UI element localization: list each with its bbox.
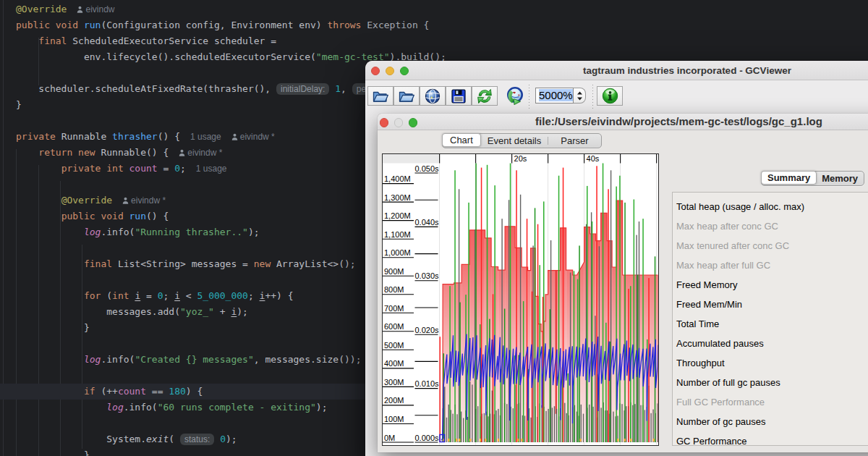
code-token: int: [112, 290, 135, 301]
code-token: [16, 354, 84, 365]
floppy-disk-icon: [451, 88, 467, 104]
watch-button[interactable]: [501, 86, 527, 106]
author-hint[interactable]: eivindw *: [179, 148, 222, 158]
svg-text:0.020s: 0.020s: [415, 326, 440, 334]
svg-text:300M: 300M: [384, 378, 404, 387]
summary-item[interactable]: Number of gc pauses: [676, 412, 868, 431]
open-url-button[interactable]: [420, 86, 446, 106]
code-token: );: [316, 402, 328, 413]
export-button[interactable]: [446, 86, 472, 106]
gc-log-titlebar[interactable]: file:/Users/eivindw/projects/mem-gc-test…: [378, 114, 868, 130]
code-token: Runnable() {: [101, 147, 169, 158]
code-token: final: [38, 35, 72, 46]
refresh-button[interactable]: [472, 86, 498, 106]
gc-chart[interactable]: 20s40s0M100M200M300M400M500M600M700M800M…: [382, 153, 659, 449]
code-token: [16, 386, 84, 397]
person-icon: [179, 145, 185, 161]
svg-text:0.050s: 0.050s: [415, 164, 440, 173]
gcviewer-titlebar[interactable]: tagtraum industries incorporated - GCVie…: [365, 61, 868, 80]
code-token: "Running thrasher..": [135, 227, 248, 237]
code-token: [16, 147, 38, 158]
code-token: log: [106, 402, 123, 413]
code-token: log: [84, 354, 101, 365]
code-token: exit: [146, 434, 169, 444]
code-token: ;: [180, 163, 186, 174]
author-hint[interactable]: eivindw *: [122, 195, 166, 206]
summary-item[interactable]: Accumulated pauses: [676, 334, 868, 353]
tab-parser[interactable]: Parser: [548, 134, 600, 148]
open-file-button[interactable]: [367, 86, 393, 106]
svg-text:100M: 100M: [384, 415, 404, 423]
person-icon: [77, 2, 83, 18]
code-token: 0: [158, 290, 163, 301]
code-token: +: [214, 306, 231, 317]
summary-item[interactable]: Number of full gc pauses: [676, 373, 868, 392]
zoom-combo: 5000%: [535, 88, 586, 104]
summary-item[interactable]: Total Time: [676, 314, 868, 334]
usage-hint[interactable]: 1 usage: [196, 164, 227, 174]
code-token: ArrayList<>();: [276, 258, 356, 269]
code-token: run: [84, 20, 101, 30]
code-token: ,: [341, 83, 352, 94]
code-token: =: [158, 163, 174, 174]
code-token: i: [174, 290, 180, 301]
summary-item[interactable]: Max heap after conc GC: [676, 216, 868, 236]
summary-item[interactable]: Freed Memory: [676, 275, 868, 295]
open-folder-icon: [372, 88, 389, 104]
svg-text:900M: 900M: [384, 267, 404, 276]
gc-log-window-title: file:/Users/eivindw/projects/mem-gc-test…: [378, 114, 868, 130]
summary-item[interactable]: Freed Mem/Min: [676, 295, 868, 314]
tab-memory[interactable]: Memory: [816, 172, 864, 185]
svg-text:0.030s: 0.030s: [415, 271, 440, 280]
code-line: final ScheduledExecutorService scheduler…: [0, 33, 868, 49]
code-token: [16, 35, 38, 46]
summary-item[interactable]: Max heap after full GC: [676, 256, 868, 275]
tab-event-details[interactable]: Event details: [480, 134, 548, 148]
summary-item[interactable]: Total heap (usage / alloc. max): [676, 197, 868, 216]
chart-tabs: ChartEvent detailsParser: [442, 133, 602, 148]
code-line: @Overrideeivindw: [0, 1, 868, 17]
tab-summary[interactable]: Summary: [761, 171, 817, 185]
code-token: [16, 211, 61, 221]
summary-item[interactable]: Max tenured after conc GC: [676, 236, 868, 256]
svg-text:0.040s: 0.040s: [415, 218, 440, 227]
code-token: .info(: [101, 354, 135, 365]
open-recent-button[interactable]: [393, 86, 420, 106]
open-recent-folder-icon: [398, 88, 415, 104]
summary-item[interactable]: GC Performance: [676, 431, 868, 451]
code-token: }: [16, 449, 90, 456]
code-token: List<String> messages =: [118, 258, 254, 269]
code-token: (: [106, 290, 112, 301]
code-token: .info(: [101, 227, 135, 237]
gc-log-window: file:/Users/eivindw/projects/mem-gc-test…: [378, 114, 868, 452]
refresh-arrows-icon: [477, 88, 493, 104]
code-token: ++) {: [265, 290, 293, 301]
code-token: return new: [38, 147, 101, 158]
svg-text:1,400M: 1,400M: [384, 174, 411, 183]
zoom-input[interactable]: 5000%: [535, 88, 574, 104]
zoom-spinner[interactable]: [574, 88, 586, 104]
code-token: "Created {} messages": [135, 354, 253, 365]
summary-item[interactable]: Full GC Performance: [676, 392, 868, 412]
usage-hint[interactable]: 1 usage: [190, 132, 221, 142]
code-token: ) {: [186, 386, 203, 397]
svg-text:20s: 20s: [514, 154, 527, 163]
code-token: public void: [16, 20, 84, 30]
code-token: () {: [158, 131, 180, 142]
code-token: [16, 163, 61, 174]
author-hint[interactable]: eivindw: [77, 4, 114, 14]
code-token: ScheduledExecutorService scheduler =: [72, 35, 276, 46]
code-token: for: [84, 290, 106, 301]
toolbar-separator: [529, 85, 529, 109]
about-button[interactable]: [597, 86, 623, 106]
summary-item[interactable]: Throughput: [676, 353, 868, 373]
code-token: thrasher: [112, 131, 158, 142]
code-token: <: [180, 290, 197, 301]
code-token: private int: [61, 163, 129, 174]
tab-chart[interactable]: Chart: [442, 133, 481, 147]
code-token: 1: [329, 83, 341, 94]
code-token: 5_000_000: [197, 290, 247, 301]
info-icon: [602, 88, 618, 104]
code-token: }: [16, 322, 90, 333]
author-hint[interactable]: eivindw *: [231, 132, 275, 142]
